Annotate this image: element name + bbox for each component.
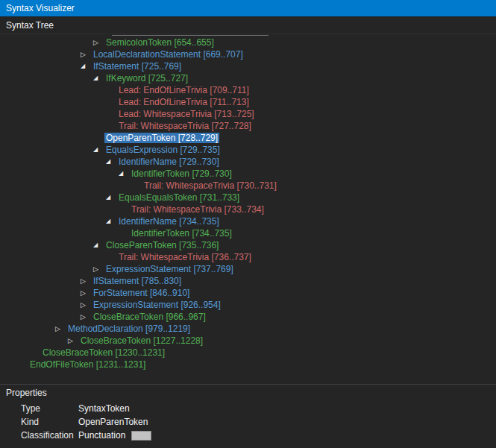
tree-row[interactable]: ◢IfKeyword [725..727] <box>0 72 496 84</box>
tree-row[interactable]: Trail: WhitespaceTrivia [727..728] <box>0 120 496 132</box>
tree-row[interactable]: Trail: WhitespaceTrivia [733..734] <box>0 204 496 215</box>
property-row[interactable]: TypeSyntaxToken <box>0 402 496 415</box>
tree-node-label[interactable]: CloseBraceToken [1227..1228] <box>79 335 204 346</box>
expander-collapsed-icon[interactable]: ▷ <box>81 299 92 311</box>
tree-node-label[interactable]: EqualsExpression [729..735] <box>104 145 222 155</box>
tree-node-label[interactable]: OpenParenToken [728..729] <box>104 133 219 143</box>
syntax-visualizer-window: Syntax Visualizer Syntax Tree ▷Semicolon… <box>0 0 496 448</box>
tree-node-label[interactable]: IdentifierName [734..735] <box>117 216 221 227</box>
tree-row[interactable]: ◢CloseParenToken [735..736] <box>0 239 496 251</box>
properties-header-label: Properties <box>6 388 47 398</box>
syntax-tree-header: Syntax Tree <box>0 16 496 34</box>
syntax-tree-header-label: Syntax Tree <box>6 20 54 31</box>
expander-expanded-icon[interactable]: ◢ <box>93 72 104 84</box>
tree-row[interactable]: ▷CloseBraceToken [966..967] <box>0 311 496 323</box>
tree-row[interactable]: Trail: WhitespaceTrivia [736..737] <box>0 251 496 263</box>
tree-node-label[interactable]: EndOfFileToken [1231..1231] <box>28 359 147 370</box>
tree-row[interactable]: ◢EqualsExpression [729..735] <box>0 144 496 156</box>
tree-row[interactable]: ▷IfStatement [785..830] <box>0 275 496 287</box>
tree-node-label[interactable]: ExpressionStatement [737..769] <box>104 264 235 274</box>
property-name: Kind <box>21 415 78 429</box>
tree-row[interactable]: Lead: WhitespaceTrivia [713..725] <box>0 108 496 120</box>
property-value: OpenParenToken <box>78 415 148 429</box>
expander-expanded-icon[interactable]: ◢ <box>81 60 92 72</box>
tree-node-label[interactable]: IfKeyword [725..727] <box>104 73 189 83</box>
property-value: Punctuation <box>78 429 125 442</box>
expander-collapsed-icon[interactable]: ▷ <box>81 287 92 299</box>
tree-row[interactable]: ◢IdentifierName [729..730] <box>0 156 496 168</box>
tree-row[interactable]: Trail: WhitespaceTrivia [730..731] <box>0 180 496 192</box>
syntax-tree[interactable]: ▷SemicolonToken [654..655]▷LocalDeclarat… <box>0 34 496 384</box>
tree-row[interactable]: OpenParenToken [728..729] <box>0 132 496 144</box>
window-titlebar[interactable]: Syntax Visualizer <box>0 0 496 16</box>
properties-panel: Properties TypeSyntaxTokenKindOpenParenT… <box>0 384 496 448</box>
expander-collapsed-icon[interactable]: ▷ <box>68 335 79 347</box>
expander-expanded-icon[interactable]: ◢ <box>106 156 117 168</box>
expander-expanded-icon[interactable]: ◢ <box>119 168 130 180</box>
expander-expanded-icon[interactable]: ◢ <box>93 144 104 156</box>
tree-node-label[interactable]: EqualsEqualsToken [731..733] <box>117 192 241 203</box>
tree-node-label[interactable]: IdentifierToken [729..730] <box>130 168 233 179</box>
tree-node-label[interactable]: IfStatement [785..830] <box>92 276 183 286</box>
tree-row[interactable]: Lead: EndOfLineTrivia [711..713] <box>0 96 496 108</box>
tree-row[interactable]: ▷ExpressionStatement [926..954] <box>0 299 496 311</box>
tree-row[interactable]: ▷LocalDeclarationStatement [669..707] <box>0 48 496 60</box>
expander-collapsed-icon[interactable]: ▷ <box>81 48 92 60</box>
tree-row[interactable]: ▷ExpressionStatement [737..769] <box>0 263 496 275</box>
expander-collapsed-icon[interactable]: ▷ <box>55 323 66 335</box>
tree-node-label[interactable]: IfStatement [725..769] <box>92 61 183 72</box>
expander-collapsed-icon[interactable]: ▷ <box>93 263 104 275</box>
tree-row[interactable]: CloseBraceToken [1230..1231] <box>0 347 496 359</box>
tree-node-label[interactable]: SemicolonToken [654..655] <box>104 37 216 48</box>
expander-collapsed-icon[interactable]: ▷ <box>93 37 104 48</box>
tree-node-label[interactable]: Trail: WhitespaceTrivia [727..728] <box>117 121 253 131</box>
properties-header: Properties <box>0 385 496 402</box>
tree-row[interactable]: ▷CloseBraceToken [1227..1228] <box>0 335 496 347</box>
tree-row[interactable]: ▷SemicolonToken [654..655] <box>0 37 496 48</box>
property-row[interactable]: ClassificationPunctuation <box>0 429 496 442</box>
tree-row[interactable]: ◢IdentifierToken [729..730] <box>0 168 496 180</box>
expander-expanded-icon[interactable]: ◢ <box>93 239 104 251</box>
tree-node-label[interactable]: Lead: WhitespaceTrivia [713..725] <box>117 109 256 119</box>
tree-row[interactable]: ◢IfStatement [725..769] <box>0 60 496 72</box>
tree-node-label[interactable]: Lead: EndOfLineTrivia [711..713] <box>117 97 251 107</box>
tree-node-label[interactable]: Lead: EndOfLineTrivia [709..711] <box>117 85 251 95</box>
tree-row[interactable]: ▷MethodDeclaration [979..1219] <box>0 323 496 335</box>
tree-node-label[interactable]: CloseBraceToken [966..967] <box>92 312 207 322</box>
tree-node-label[interactable]: Trail: WhitespaceTrivia [736..737] <box>117 252 253 262</box>
property-row[interactable]: KindOpenParenToken <box>0 415 496 429</box>
tree-row[interactable]: ▷ForStatement [846..910] <box>0 287 496 299</box>
tree-row[interactable]: IdentifierToken [734..735] <box>0 227 496 239</box>
tree-row[interactable]: ◢EqualsEqualsToken [731..733] <box>0 192 496 204</box>
tree-node-label[interactable]: ForStatement [846..910] <box>92 288 191 298</box>
clipped-row-remnant <box>112 35 269 36</box>
expander-collapsed-icon[interactable]: ▷ <box>81 311 92 323</box>
tree-row[interactable]: ◢IdentifierName [734..735] <box>0 215 496 227</box>
property-name: Classification <box>21 429 78 442</box>
tree-row[interactable]: EndOfFileToken [1231..1231] <box>0 359 496 370</box>
tree-node-label[interactable]: CloseParenToken [735..736] <box>104 240 220 250</box>
tree-node-label[interactable]: IdentifierName [729..730] <box>117 157 221 167</box>
expander-expanded-icon[interactable]: ◢ <box>106 215 117 227</box>
property-name: Type <box>21 402 78 415</box>
properties-grid: TypeSyntaxTokenKindOpenParenTokenClassif… <box>0 402 496 442</box>
tree-node-label[interactable]: Trail: WhitespaceTrivia [730..731] <box>142 180 278 191</box>
tree-node-label[interactable]: MethodDeclaration [979..1219] <box>66 324 192 334</box>
window-title: Syntax Visualizer <box>6 3 75 13</box>
expander-collapsed-icon[interactable]: ▷ <box>81 275 92 287</box>
tree-node-label[interactable]: LocalDeclarationStatement [669..707] <box>92 49 245 60</box>
tree-row[interactable]: Lead: EndOfLineTrivia [709..711] <box>0 84 496 96</box>
classification-color-swatch <box>131 431 151 441</box>
property-value: SyntaxToken <box>78 402 130 415</box>
tree-node-label[interactable]: CloseBraceToken [1230..1231] <box>41 347 166 358</box>
expander-expanded-icon[interactable]: ◢ <box>106 192 117 204</box>
tree-node-label[interactable]: ExpressionStatement [926..954] <box>92 300 222 310</box>
tree-node-label[interactable]: Trail: WhitespaceTrivia [733..734] <box>130 204 266 215</box>
tree-node-label[interactable]: IdentifierToken [734..735] <box>130 228 233 239</box>
